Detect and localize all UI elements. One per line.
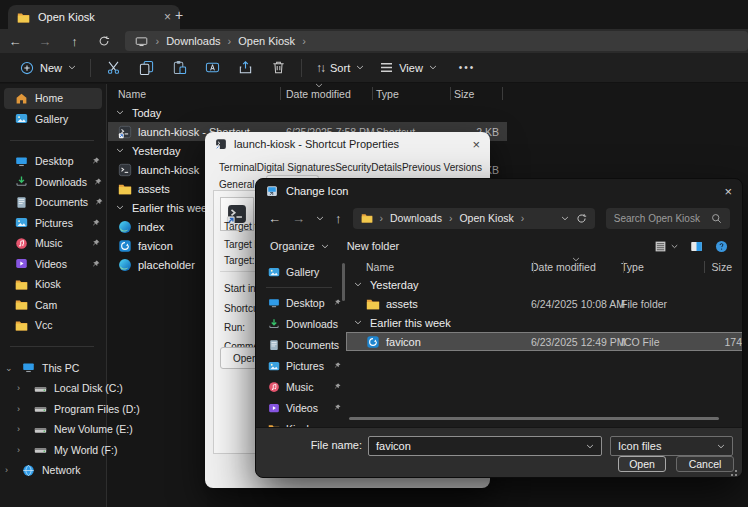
tab-terminal[interactable]: Terminal [219,162,257,173]
preview-pane-icon[interactable] [690,240,703,253]
column-header-name[interactable]: Name [346,261,531,273]
sidebar-item-this-pc[interactable]: ⌄ This PC [0,358,106,379]
sidebar-item-desktop[interactable]: Desktop [256,292,345,313]
column-header-size[interactable]: Size [454,88,507,100]
sidebar-item-new-volume-e[interactable]: › New Volume (E:) [0,419,106,440]
sidebar-item-kiosk[interactable]: Kiosk [0,274,106,295]
column-header-type[interactable]: Type [621,261,699,273]
sidebar-item-downloads[interactable]: Downloads [256,313,345,334]
help-icon[interactable] [715,240,728,253]
sidebar-item-network[interactable]: › Network [0,460,106,481]
column-header-date-modified[interactable]: Date modified [531,261,621,273]
new-folder-button[interactable]: New folder [347,240,400,252]
sidebar-item-gallery[interactable]: Gallery [256,261,345,282]
sort-button[interactable]: ↑↓ Sort [308,56,372,80]
chevron-collapsed-icon[interactable]: › [5,465,15,475]
copy-icon[interactable] [130,60,163,75]
tab-security[interactable]: Security [335,162,371,173]
file-type-select[interactable]: Icon files [610,436,733,456]
view-mode-button[interactable] [654,240,678,253]
breadcrumb-item-open-kiosk[interactable]: Open Kiosk [459,212,513,224]
sidebar-item-gallery[interactable]: Gallery [0,109,106,130]
group-header-yesterday[interactable]: Yesterday [346,275,743,294]
sidebar-item-videos[interactable]: Videos [256,397,345,418]
close-icon[interactable]: × [724,184,732,199]
column-header-size[interactable]: Size [699,261,743,273]
chevron-expanded-icon[interactable]: ⌄ [5,363,15,373]
back-icon[interactable]: ← [268,211,281,226]
cancel-button[interactable]: Cancel [676,456,734,472]
cut-icon[interactable] [97,60,130,75]
sidebar-item-local-disk-c[interactable]: › Local Disk (C:) [0,378,106,399]
sidebar-item-cam[interactable]: Cam [0,295,106,316]
explorer-tab[interactable]: Open Kiosk × [8,5,180,29]
column-separator[interactable] [502,87,503,100]
sidebar-item-pictures[interactable]: Pictures [256,355,345,376]
column-header-date-modified[interactable]: Date modified [286,88,376,100]
chevron-collapsed-icon[interactable]: › [17,445,27,455]
more-options-icon[interactable]: ••• [459,62,476,73]
sidebar-item-documents[interactable]: Documents [256,334,345,355]
rename-icon[interactable] [196,60,229,75]
back-icon[interactable]: ← [0,34,30,49]
tab-previous-versions[interactable]: Previous Versions [402,162,482,173]
sidebar-item-desktop[interactable]: Desktop [0,151,106,172]
chevron-down-icon[interactable] [586,444,594,449]
column-separator[interactable] [704,261,705,273]
delete-icon[interactable] [262,60,295,75]
tab-digital-signatures[interactable]: Digital Signatures [257,162,335,173]
chevron-collapsed-icon[interactable]: › [17,383,27,393]
breadcrumb[interactable]: › Downloads › Open Kiosk › [125,31,748,51]
forward-icon[interactable]: → [30,34,60,49]
breadcrumb-item-open-kiosk[interactable]: Open Kiosk [238,35,295,47]
new-button[interactable]: New [12,56,84,80]
group-header-earlier-this-week[interactable]: Earlier this week [346,313,743,332]
file-row-favicon[interactable]: favicon 6/23/2025 12:49 PM ICO File 174 [346,332,743,351]
chevron-collapsed-icon[interactable]: › [17,404,27,414]
paste-icon[interactable] [163,60,196,75]
sidebar-item-videos[interactable]: Videos [0,254,106,275]
column-separator[interactable] [280,87,281,100]
tab-details[interactable]: Details [371,162,402,173]
recent-locations-icon[interactable] [316,216,324,221]
forward-icon[interactable]: → [292,211,305,226]
open-button[interactable]: Open [618,456,666,472]
organize-button[interactable]: Organize [270,240,329,252]
sidebar-item-documents[interactable]: Documents [0,192,106,213]
new-tab-button[interactable]: + [170,7,188,23]
sidebar-item-music[interactable]: Music [256,376,345,397]
up-icon[interactable]: ↑ [60,34,90,49]
dialog-search-box[interactable]: Search Open Kiosk [606,208,730,229]
sidebar-item-music[interactable]: Music [0,233,106,254]
view-button[interactable]: View [372,56,445,80]
chevron-down-icon[interactable] [717,444,725,449]
column-separator[interactable] [372,87,373,100]
column-header-type[interactable]: Type [376,88,454,100]
column-header-name[interactable]: Name [108,88,286,100]
sidebar-item-program-files-d[interactable]: › Program Files (D:) [0,399,106,420]
column-separator[interactable] [533,261,534,273]
chevron-down-icon[interactable] [561,216,569,221]
horizontal-scrollbar[interactable] [349,417,719,420]
share-icon[interactable] [229,60,262,75]
chevron-collapsed-icon[interactable]: › [17,424,27,434]
sidebar-item-vcc[interactable]: Vcc [0,315,106,336]
up-icon[interactable]: ↑ [335,211,342,226]
resize-grip[interactable] [735,470,737,472]
file-row-assets[interactable]: assets 6/24/2025 10:08 AM File folder [346,294,743,313]
sidebar-item-home[interactable]: Home [4,88,102,109]
breadcrumb-item-downloads[interactable]: Downloads [166,35,220,47]
dialog-breadcrumb[interactable]: › Downloads › Open Kiosk › [353,208,595,229]
column-separator[interactable] [623,261,624,273]
refresh-icon[interactable] [89,35,119,47]
refresh-icon[interactable] [576,213,587,224]
sidebar-item-downloads[interactable]: Downloads [0,172,106,193]
breadcrumb-item-downloads[interactable]: Downloads [390,212,442,224]
sidebar-item-kiosk[interactable]: Kiosk [256,418,345,427]
file-name-input[interactable]: favicon [368,436,602,456]
group-header-today[interactable]: Today [108,103,507,122]
sidebar-item-my-world-f[interactable]: › My World (F:) [0,440,106,461]
tab-general[interactable]: General [219,179,255,190]
sidebar-item-pictures[interactable]: Pictures [0,213,106,234]
close-icon[interactable]: × [472,137,480,152]
